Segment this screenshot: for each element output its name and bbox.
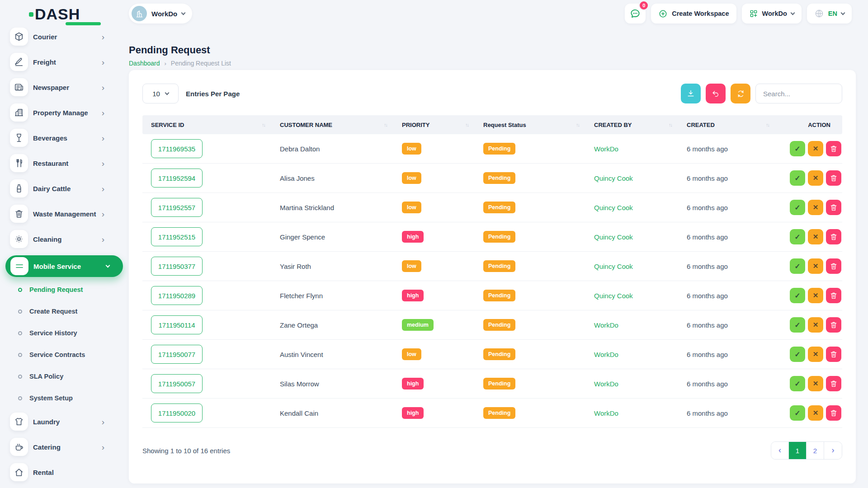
- service-id-chip[interactable]: 1711952515: [151, 227, 203, 246]
- service-id-chip[interactable]: 1711950077: [151, 345, 203, 364]
- sidebar-item-cleaning[interactable]: Cleaning›: [0, 230, 128, 248]
- service-id-chip[interactable]: 1711950020: [151, 404, 203, 422]
- created-by-link[interactable]: Quincy Cook: [594, 204, 633, 211]
- workspace-switcher[interactable]: WorkDo: [129, 4, 192, 23]
- sidebar-item-beverages[interactable]: Beverages›: [0, 129, 128, 147]
- pagination-page-1[interactable]: 1: [789, 442, 807, 459]
- sidebar-item-courier[interactable]: Courier›: [0, 28, 128, 46]
- service-id-chip[interactable]: 1711950057: [151, 374, 203, 393]
- sidebar-subitem-create-request[interactable]: Create Request: [0, 302, 128, 320]
- reject-button[interactable]: ✕: [808, 288, 823, 303]
- service-id-chip[interactable]: 1711952594: [151, 169, 203, 188]
- sidebar-subitem-system-setup[interactable]: System Setup: [0, 389, 128, 407]
- approve-button[interactable]: ✓: [790, 200, 805, 215]
- approve-button[interactable]: ✓: [790, 141, 805, 156]
- sort-icon[interactable]: ↑↓: [384, 122, 387, 127]
- sidebar-item-property-manage[interactable]: Property Manage›: [0, 103, 128, 122]
- reject-button[interactable]: ✕: [808, 258, 823, 274]
- company-menu[interactable]: WorkDo: [742, 4, 802, 23]
- search-input[interactable]: [755, 84, 842, 103]
- column-header-created[interactable]: CREATED↑↓: [678, 122, 775, 128]
- approve-button[interactable]: ✓: [790, 376, 805, 391]
- reject-button[interactable]: ✕: [808, 405, 823, 421]
- service-id-chip[interactable]: 1711950114: [151, 315, 203, 334]
- service-id-chip[interactable]: 1711952557: [151, 198, 203, 217]
- plus-circle-icon: [658, 9, 668, 19]
- sort-icon[interactable]: ↑↓: [766, 122, 769, 127]
- sort-icon[interactable]: ↑↓: [465, 122, 468, 127]
- column-header-priority[interactable]: PRIORITY↑↓: [393, 122, 475, 128]
- messages-button[interactable]: 0: [625, 4, 646, 23]
- sort-icon[interactable]: ↑↓: [669, 122, 672, 127]
- sort-icon[interactable]: ↑↓: [262, 122, 265, 127]
- column-header-created-by[interactable]: CREATED BY↑↓: [585, 122, 678, 128]
- approve-button[interactable]: ✓: [790, 347, 805, 362]
- approve-button[interactable]: ✓: [790, 229, 805, 244]
- column-header-service-id[interactable]: SERVICE ID↑↓: [142, 122, 271, 128]
- created-by-link[interactable]: Quincy Cook: [594, 292, 633, 300]
- created-by-link[interactable]: WorkDo: [594, 351, 618, 358]
- sidebar-subitem-service-contracts[interactable]: Service Contracts: [0, 346, 128, 364]
- sidebar-item-mobile-service[interactable]: Mobile Service: [5, 255, 123, 277]
- service-id-cell: 1711950289: [142, 286, 271, 305]
- entries-summary: Showing 1 to 10 of 16 entries: [142, 447, 230, 455]
- reject-button[interactable]: ✕: [808, 229, 823, 244]
- delete-button[interactable]: [826, 258, 841, 274]
- created-by-link[interactable]: WorkDo: [594, 145, 618, 153]
- back-button[interactable]: [706, 84, 726, 103]
- export-button[interactable]: [681, 84, 701, 103]
- delete-button[interactable]: [826, 288, 841, 303]
- column-header-customer-name[interactable]: CUSTOMER NAME↑↓: [271, 122, 393, 128]
- delete-button[interactable]: [826, 170, 841, 186]
- service-id-chip[interactable]: 1711950377: [151, 257, 203, 276]
- delete-button[interactable]: [826, 200, 841, 215]
- sort-icon[interactable]: ↑↓: [576, 122, 579, 127]
- sidebar-item-laundry[interactable]: Laundry›: [0, 413, 128, 431]
- delete-button[interactable]: [826, 405, 841, 421]
- pagination-next-button[interactable]: ›: [824, 442, 842, 459]
- service-id-chip[interactable]: 1711950289: [151, 286, 203, 305]
- sidebar-item-dairy-cattle[interactable]: Dairy Cattle›: [0, 179, 128, 197]
- delete-button[interactable]: [826, 141, 841, 156]
- created-by-link[interactable]: WorkDo: [594, 380, 618, 388]
- reject-button[interactable]: ✕: [808, 170, 823, 186]
- approve-button[interactable]: ✓: [790, 288, 805, 303]
- delete-button[interactable]: [826, 317, 841, 333]
- column-header-request-status[interactable]: Request Status↑↓: [475, 122, 585, 128]
- created-by-link[interactable]: Quincy Cook: [594, 233, 633, 241]
- entries-per-page-select[interactable]: 10: [142, 84, 179, 103]
- sidebar-item-waste-management[interactable]: Waste Management›: [0, 205, 128, 223]
- approve-button[interactable]: ✓: [790, 170, 805, 186]
- breadcrumb-home-link[interactable]: Dashboard: [129, 60, 160, 67]
- sidebar-subitem-pending-request[interactable]: Pending Request: [0, 281, 128, 299]
- sidebar-subitem-service-history[interactable]: Service History: [0, 324, 128, 342]
- sidebar-item-rental[interactable]: Rental: [0, 463, 128, 481]
- refresh-button[interactable]: [731, 84, 750, 103]
- approve-button[interactable]: ✓: [790, 258, 805, 274]
- sidebar-subitem-sla-policy[interactable]: SLA Policy: [0, 367, 128, 385]
- approve-button[interactable]: ✓: [790, 317, 805, 333]
- delete-button[interactable]: [826, 229, 841, 244]
- create-workspace-button[interactable]: Create Workspace: [651, 4, 736, 23]
- delete-button[interactable]: [826, 347, 841, 362]
- sidebar-item-catering[interactable]: Catering›: [0, 438, 128, 456]
- reject-button[interactable]: ✕: [808, 376, 823, 391]
- created-by-link[interactable]: Quincy Cook: [594, 174, 633, 182]
- reject-button[interactable]: ✕: [808, 200, 823, 215]
- reject-button[interactable]: ✕: [808, 317, 823, 333]
- sidebar-item-newspaper[interactable]: Newspaper›: [0, 78, 128, 96]
- created-by-link[interactable]: Quincy Cook: [594, 263, 633, 270]
- sidebar-item-freight[interactable]: Freight›: [0, 53, 128, 71]
- reject-button[interactable]: ✕: [808, 141, 823, 156]
- sidebar-item-restaurant[interactable]: Restaurant›: [0, 154, 128, 172]
- language-menu[interactable]: EN: [807, 4, 852, 23]
- service-id-chip[interactable]: 1711969535: [151, 139, 203, 158]
- pagination-prev-button[interactable]: ‹: [771, 442, 789, 459]
- delete-button[interactable]: [826, 376, 841, 391]
- created-by-link[interactable]: WorkDo: [594, 409, 618, 417]
- created-by-link[interactable]: WorkDo: [594, 321, 618, 329]
- reject-button[interactable]: ✕: [808, 347, 823, 362]
- created-text: 6 months ago: [687, 351, 728, 358]
- pagination-page-2[interactable]: 2: [807, 442, 824, 459]
- approve-button[interactable]: ✓: [790, 405, 805, 421]
